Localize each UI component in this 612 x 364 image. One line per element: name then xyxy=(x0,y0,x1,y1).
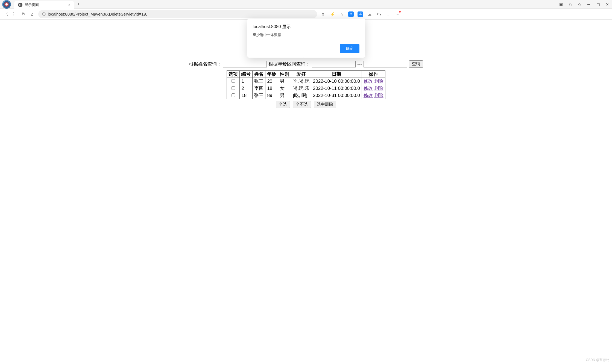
alert-message: 至少选中一条数据 xyxy=(253,32,359,37)
alert-dialog: localhost:8080 显示 至少选中一条数据 确定 xyxy=(247,19,365,58)
alert-ok-button[interactable]: 确定 xyxy=(340,44,359,53)
alert-title: localhost:8080 显示 xyxy=(253,24,359,30)
alert-dialog-backdrop: localhost:8080 显示 至少选中一条数据 确定 xyxy=(0,0,612,108)
